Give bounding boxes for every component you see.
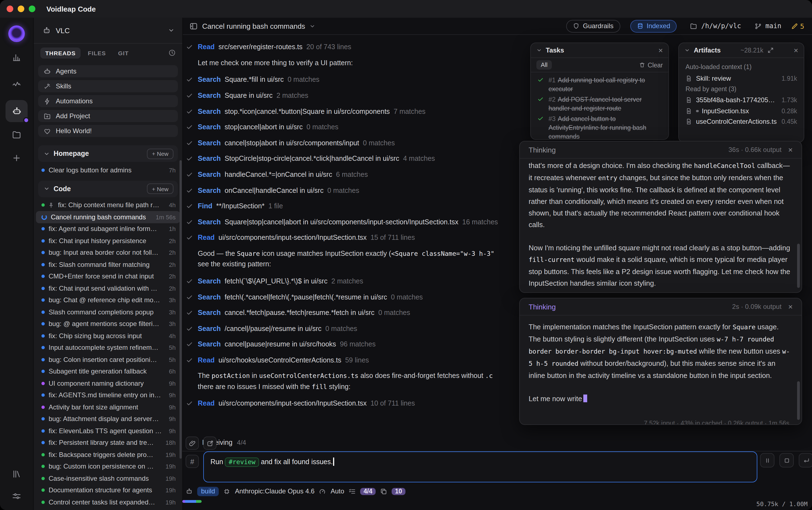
auto-mode[interactable]: Auto — [330, 487, 344, 495]
attach-file-button[interactable] — [185, 436, 199, 450]
pending-edits[interactable]: 5 — [791, 22, 804, 30]
thread-item[interactable]: fix: Chat input send validation with …2h — [36, 282, 180, 294]
stats-icon[interactable] — [12, 53, 21, 62]
close-icon[interactable]: × — [788, 146, 793, 153]
mode-badge[interactable]: build — [197, 486, 219, 496]
pause-button[interactable] — [760, 453, 775, 468]
review-skill-chip[interactable]: #review — [225, 457, 259, 467]
close-window-button[interactable] — [7, 5, 13, 12]
new-rail-button[interactable] — [12, 153, 21, 163]
minimize-window-button[interactable] — [18, 5, 24, 12]
library-icon[interactable] — [12, 470, 21, 479]
thread-item[interactable]: Case-insensitive slash commands19h — [36, 473, 180, 484]
stop-button[interactable] — [779, 453, 794, 468]
model-name[interactable]: Anthropic:Claude Opus 4.6 — [235, 487, 315, 495]
sidebar-scrollbar[interactable] — [179, 160, 182, 459]
thread-item[interactable]: fix: AGENTS.md timeline entry on in…9h — [36, 389, 180, 401]
tasks-filter-all[interactable]: All — [536, 60, 552, 69]
thread-item[interactable]: bug: Custom icon persistence on …19h — [36, 460, 180, 473]
thread-item[interactable]: fix: Persistent library state and tre…18… — [36, 437, 180, 449]
status-dot — [41, 311, 45, 314]
thread-item[interactable]: Activity bar font size alignment9h — [36, 401, 180, 413]
tasks-clear-button[interactable]: Clear — [639, 62, 663, 68]
indexed-status-button[interactable]: Indexed — [630, 20, 677, 32]
task-item[interactable]: #2Add POST /cancel-tool server handler a… — [538, 95, 662, 113]
files-rail-button[interactable] — [12, 130, 21, 140]
history-clock-icon[interactable] — [169, 49, 176, 56]
trash-icon — [639, 62, 645, 68]
thread-item[interactable]: UI component naming dictionary9h — [36, 377, 180, 389]
new-thread-button[interactable]: + New — [147, 148, 173, 159]
artifact-file[interactable]: Skill: review1.91k — [686, 73, 797, 84]
tasks-count-badge[interactable]: 4/4 — [360, 488, 376, 495]
artifact-file[interactable]: useControlCenterActions.ts0.45k — [686, 116, 797, 127]
git-branch[interactable]: main — [754, 22, 781, 30]
guardrails-button[interactable]: Guardrails — [567, 20, 620, 32]
pulse-icon[interactable] — [12, 80, 21, 89]
settings-sliders-icon[interactable] — [12, 491, 21, 501]
compose-button[interactable] — [203, 436, 216, 450]
sidebar-item-agents[interactable]: Agents — [38, 65, 178, 77]
status-dot — [41, 287, 45, 290]
sidebar-item-add-project[interactable]: Add Project — [38, 110, 178, 122]
thread-item[interactable]: Input autocomplete system refinem…5h — [36, 342, 180, 353]
thread-item[interactable]: Cancel running bash commands1m 56s — [36, 211, 180, 223]
thread-item[interactable]: bug: Attachment display and server…9h — [36, 413, 180, 425]
thread-item[interactable]: fix: Playwright e2e test collisions a…19… — [36, 508, 180, 510]
thread-item[interactable]: bug: Input area border color not foll…2h — [36, 247, 180, 259]
thread-item[interactable]: fix: ElevenLabs TTS agent question …9h — [36, 425, 180, 437]
thread-item[interactable]: Control center tasks list expanded…19h — [36, 496, 180, 508]
tab-threads[interactable]: THREADS — [40, 47, 81, 58]
chat-input[interactable]: Run#reviewand fix all found issues. — [203, 451, 757, 482]
zoom-window-button[interactable] — [29, 5, 35, 12]
task-item[interactable]: #1Add running tool call registry to exec… — [538, 76, 662, 93]
thread-item[interactable]: fix: Chip sizing bug across input4h — [36, 330, 180, 342]
tab-files[interactable]: FILES — [83, 47, 111, 58]
copies-count-badge[interactable]: 10 — [392, 488, 405, 495]
new-thread-button[interactable]: + New — [147, 183, 173, 194]
scrollbar[interactable] — [797, 381, 800, 420]
section-homepage[interactable]: Homepage + New — [38, 145, 178, 162]
thread-item[interactable]: Documentation structure for agents19h — [36, 484, 180, 496]
close-icon[interactable]: × — [794, 47, 798, 54]
task-item[interactable]: #3Add cancel button to ActivityEntryInli… — [538, 114, 662, 140]
thread-item[interactable]: fix: Agent and subagent inline form…1h — [36, 223, 180, 235]
thread-item[interactable]: fix: Backspace triggers delete pro…19h — [36, 449, 180, 460]
sidebar-item-automations[interactable]: Automations — [38, 95, 178, 107]
app-logo[interactable] — [8, 25, 25, 42]
chevron-down-icon[interactable] — [310, 23, 316, 29]
thread-item[interactable]: fix: Chat input history persistence2h — [36, 235, 180, 247]
tasks-panel-title: Tasks — [546, 47, 564, 54]
thread-item[interactable]: Subagent title generation fallback6h — [36, 366, 180, 377]
notification-dot — [23, 117, 29, 123]
artifact-file[interactable]: 355bf48a-bash-1774205…1.73k — [686, 95, 797, 106]
chevron-down-icon[interactable] — [685, 48, 690, 53]
database-icon — [637, 23, 643, 29]
thread-item[interactable]: Slash command completions popup3h — [36, 306, 180, 318]
sidebar-item-skills[interactable]: Skills — [38, 80, 178, 92]
thread-item[interactable]: Clear logs button for admins7h — [36, 164, 180, 176]
workspace-switcher[interactable]: VLC — [34, 18, 182, 44]
thread-item[interactable]: CMD+Enter force send in chat input2h — [36, 271, 180, 282]
thread-item[interactable]: fix: Chip context menu file path r…4h — [36, 199, 180, 211]
agents-rail-button[interactable] — [5, 100, 28, 122]
section-code[interactable]: Code + New — [38, 180, 178, 197]
thread-item[interactable]: bug: Chat @ reference chip edit mo…3h — [36, 294, 180, 306]
scrollbar[interactable] — [797, 244, 800, 288]
send-button[interactable] — [799, 453, 812, 468]
collapse-sidebar-icon[interactable] — [190, 22, 198, 30]
chevron-down-icon[interactable] — [536, 48, 542, 53]
stop-square-icon — [783, 457, 790, 464]
thread-item[interactable]: fix: Slash command filter matching2h — [36, 259, 180, 271]
expand-icon[interactable] — [767, 47, 774, 54]
thread-item[interactable]: bug: Colon insertion caret positioni…5h — [36, 353, 180, 366]
tab-git[interactable]: GIT — [113, 47, 134, 58]
hash-reference-button[interactable]: # — [185, 455, 199, 468]
artifact-file[interactable]: InputSection.tsx0.28k — [686, 106, 797, 116]
sidebar-item-hello-world-[interactable]: Hello World! — [38, 125, 178, 137]
checklist-icon — [349, 488, 356, 495]
close-icon[interactable]: × — [659, 47, 663, 54]
project-path[interactable]: /h/w/p/vlc — [690, 22, 741, 30]
thread-item[interactable]: bug: @ agent mentions scope filteri…3h — [36, 318, 180, 330]
close-icon[interactable]: × — [788, 303, 793, 311]
